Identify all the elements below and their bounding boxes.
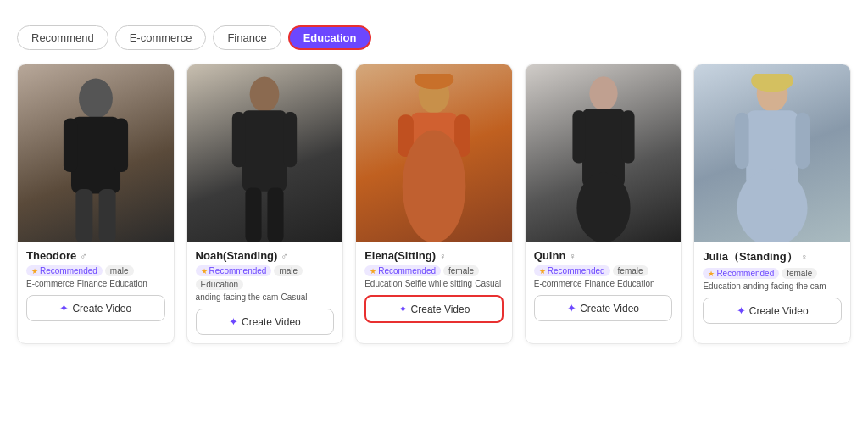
create-video-btn-theodore[interactable]: ✦Create Video xyxy=(26,295,165,321)
card-quinn: Quinn♀RecommendedfemaleE-commerceFinance… xyxy=(525,64,682,344)
filter-btn-finance[interactable]: Finance xyxy=(213,25,281,50)
create-icon-noah: ✦ xyxy=(229,315,238,328)
create-label-noah: Create Video xyxy=(242,316,301,328)
card-tags2-theodore: E-commerceFinanceEducation xyxy=(26,279,165,288)
card-avatar-noah xyxy=(187,64,343,242)
card-noah: Noah(Standing)♂RecommendedmaleEducationa… xyxy=(186,64,344,344)
svg-rect-27 xyxy=(796,112,810,169)
card-tags2-julia: Educationanding facing the cam xyxy=(703,281,842,291)
create-video-btn-elena[interactable]: ✦Create Video xyxy=(364,295,504,323)
card-grid: Theodore♂RecommendedmaleE-commerceFinanc… xyxy=(17,64,851,344)
tag-noah-1: male xyxy=(274,265,303,276)
svg-point-22 xyxy=(576,172,630,242)
card-tags2-noah: anding facing the camCasual xyxy=(196,292,335,302)
svg-point-28 xyxy=(737,169,808,242)
svg-point-18 xyxy=(589,76,617,110)
card-elena: Elena(Sitting)♀RecommendedfemaleEducatio… xyxy=(355,64,513,344)
create-video-btn-julia[interactable]: ✦Create Video xyxy=(703,298,842,324)
svg-rect-7 xyxy=(242,110,287,191)
svg-point-0 xyxy=(79,78,113,118)
tag-quinn-1: female xyxy=(613,265,648,276)
svg-rect-8 xyxy=(232,112,246,167)
card-avatar-theodore xyxy=(18,64,174,242)
svg-rect-26 xyxy=(735,112,749,169)
create-video-btn-noah[interactable]: ✦Create Video xyxy=(196,309,335,335)
svg-rect-9 xyxy=(284,112,298,167)
create-icon-quinn: ✦ xyxy=(567,302,576,314)
card-theodore: Theodore♂RecommendedmaleE-commerceFinanc… xyxy=(17,64,175,344)
create-video-btn-quinn[interactable]: ✦Create Video xyxy=(534,295,673,321)
card-name-quinn: Quinn♀ xyxy=(534,249,673,262)
card-julia: Julia（Standing）♀RecommendedfemaleEducati… xyxy=(693,64,851,344)
card-avatar-julia xyxy=(694,64,850,242)
svg-rect-10 xyxy=(246,187,262,242)
card-name-julia: Julia（Standing）♀ xyxy=(703,249,842,264)
tag-noah-2: Education xyxy=(196,279,243,290)
create-label-elena: Create Video xyxy=(411,303,470,315)
card-tags1-julia: Recommendedfemale xyxy=(703,268,842,279)
filter-btn-recommend[interactable]: Recommend xyxy=(17,25,108,50)
card-tags1-elena: Recommendedfemale xyxy=(364,265,504,276)
tag-noah-0: Recommended xyxy=(196,265,272,276)
card-tags1-quinn: Recommendedfemale xyxy=(534,265,673,276)
card-avatar-quinn xyxy=(526,64,682,242)
tag-quinn-0: Recommended xyxy=(534,265,610,276)
svg-rect-2 xyxy=(64,118,77,171)
svg-rect-5 xyxy=(98,189,115,242)
tag-theodore-0: Recommended xyxy=(26,265,103,276)
card-tags2-elena: EducationSelfie while sittingCasual xyxy=(364,279,504,288)
card-tags2-quinn: E-commerceFinanceEducation xyxy=(534,279,673,288)
card-tags1-noah: RecommendedmaleEducation xyxy=(196,265,335,290)
svg-rect-21 xyxy=(621,110,634,163)
svg-rect-4 xyxy=(75,189,92,242)
create-icon-theodore: ✦ xyxy=(59,302,69,314)
svg-rect-20 xyxy=(572,110,585,163)
filter-bar: RecommendE-commerceFinanceEducation xyxy=(17,25,851,50)
svg-rect-11 xyxy=(268,187,284,242)
card-tags1-theodore: Recommendedmale xyxy=(26,265,165,276)
tag-elena-1: female xyxy=(443,265,479,276)
svg-point-6 xyxy=(250,76,280,112)
svg-rect-3 xyxy=(114,118,128,171)
filter-btn-education[interactable]: Education xyxy=(288,25,372,50)
tag-julia-1: female xyxy=(782,268,817,279)
tag-julia-0: Recommended xyxy=(703,268,779,279)
create-icon-julia: ✦ xyxy=(737,304,746,317)
tag-theodore-1: male xyxy=(105,265,134,276)
card-name-elena: Elena(Sitting)♀ xyxy=(364,249,504,262)
filter-btn-ecommerce[interactable]: E-commerce xyxy=(115,25,207,50)
svg-rect-1 xyxy=(71,116,120,193)
create-label-theodore: Create Video xyxy=(72,303,131,314)
card-name-theodore: Theodore♂ xyxy=(26,249,165,262)
tag-elena-0: Recommended xyxy=(364,265,441,276)
create-label-julia: Create Video xyxy=(749,305,809,317)
card-avatar-elena xyxy=(356,64,512,242)
create-label-quinn: Create Video xyxy=(580,303,639,314)
create-icon-elena: ✦ xyxy=(398,303,408,315)
card-name-noah: Noah(Standing)♂ xyxy=(196,249,335,262)
svg-point-17 xyxy=(403,130,466,242)
